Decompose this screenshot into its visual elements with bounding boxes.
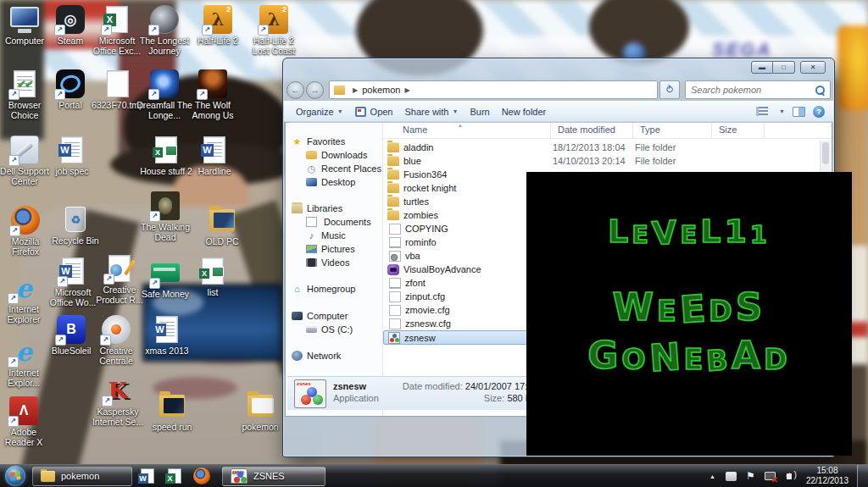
text-file-icon (389, 237, 401, 248)
action-center-flag-icon[interactable]: ⚑ (743, 470, 758, 483)
homegroup-icon: ⌂ (292, 284, 303, 295)
command-toolbar: Organize▼ Open Share with▼ Burn New fold… (284, 101, 833, 122)
burn-button[interactable]: Burn (470, 107, 489, 117)
desktop-icon-speed-run[interactable]: speed run (144, 391, 200, 432)
sidebar-item-downloads[interactable]: Downloads (286, 148, 367, 162)
desktop-icon-recycle-bin[interactable]: ♻ Recycle Bin (47, 205, 103, 246)
column-header-date[interactable]: Date modified (551, 123, 633, 139)
column-header-size[interactable]: Size (712, 123, 765, 139)
sort-ascending-icon: ▲ (458, 123, 463, 128)
steam-icon: ◎ (56, 5, 85, 34)
bg-yellow-logo (837, 25, 868, 110)
zsnes-app-icon: zsnes (231, 468, 248, 484)
desktop-icon-creative-centrale[interactable]: Creative Centrale (88, 315, 144, 366)
sidebar-item-os-c[interactable]: OS (C:) (286, 323, 353, 336)
vertical-scrollbar[interactable] (820, 141, 831, 173)
star-icon: ★ (292, 136, 303, 147)
sidebar-item-computer[interactable]: Computer (286, 309, 348, 323)
credit-card-icon (151, 258, 180, 287)
desktop-icon-half-life-2[interactable]: λ2 Half-Life 2 (190, 5, 246, 46)
chevron-right-icon: ▶ (353, 86, 358, 94)
show-hidden-icons-button[interactable]: ▲ (704, 473, 721, 479)
sidebar-item-documents[interactable]: Documents (286, 215, 371, 229)
column-header-type[interactable]: Type (633, 123, 712, 139)
firefox-icon (11, 206, 40, 235)
search-box[interactable] (685, 80, 831, 99)
show-desktop-button[interactable] (857, 465, 868, 487)
game-text-level: LEVEL 11 (608, 213, 771, 250)
desktop-icon-firefox[interactable]: Mozilla Firefox (0, 206, 53, 257)
new-folder-button[interactable]: New folder (502, 107, 547, 117)
internet-explorer-icon: e (9, 274, 38, 302)
network-disconnected-icon[interactable]: ✕ (763, 470, 777, 483)
game-text-line3: GONE BAD (587, 334, 791, 377)
desktop-icon-internet-explorer-2[interactable]: e Internet Explor... (0, 337, 52, 388)
desktop-icon-old-pc[interactable]: OLD PC (194, 206, 250, 246)
minimize-button[interactable]: ▬ (751, 61, 773, 74)
sidebar-item-homegroup[interactable]: ⌂Homegroup (286, 282, 355, 296)
sidebar-item-libraries[interactable]: Libraries (286, 202, 342, 215)
videos-icon (306, 258, 317, 267)
desktop-icon-pokemon[interactable]: pokemon (232, 391, 288, 432)
wrench-icon (10, 136, 39, 164)
close-button[interactable]: ✕ (800, 61, 826, 74)
taskbar-button-pokemon[interactable]: pokemon (32, 467, 132, 486)
sidebar-item-music[interactable]: ♪Music (286, 229, 346, 242)
sidebar-item-network[interactable]: Network (286, 349, 341, 362)
zsnes-game-window[interactable]: LEVEL 11 WEEDS GONE BAD (526, 172, 852, 456)
desktop-icon-adobe-reader[interactable]: Λ Adobe Reader X (0, 396, 52, 447)
file-row[interactable]: aladdin18/12/2013 18:04File folder (383, 141, 831, 154)
desktop-icon-kaspersky[interactable]: K Kaspersky Internet Se... (90, 376, 146, 427)
taskbar-button-zsnes[interactable]: zsnes ZSNES (222, 467, 326, 486)
chevron-down-icon[interactable]: ▼ (779, 108, 785, 114)
taskbar: pokemon zsnes ZSNES ▲ ⚑ ✕ 15:08 22/12/20… (0, 464, 868, 487)
taskbar-pinned-excel[interactable] (163, 467, 186, 486)
tmp-file-icon (103, 69, 132, 98)
preview-pane-icon[interactable] (793, 107, 805, 117)
tray-icon-app[interactable] (724, 470, 738, 483)
help-icon[interactable]: ? (813, 106, 825, 118)
back-button[interactable]: ← (287, 81, 304, 99)
taskbar-clock[interactable]: 15:08 22/12/2013 (799, 466, 857, 486)
folder-icon (387, 183, 399, 193)
sidebar-item-videos[interactable]: Videos (286, 256, 349, 269)
breadcrumb[interactable]: pokemon (362, 85, 400, 95)
selected-file-name: zsnesw (333, 381, 379, 391)
column-header-name[interactable]: Name▲ (383, 123, 551, 139)
search-input[interactable] (691, 85, 815, 95)
speaker-icon[interactable] (782, 470, 797, 483)
open-icon (355, 107, 366, 117)
organize-button[interactable]: Organize▼ (296, 107, 343, 117)
desktop-icon-wolf-among-us[interactable]: The Wolf Among Us (185, 69, 241, 120)
desktop-icon-job-spec[interactable]: W job spec (44, 136, 100, 176)
creative-centrale-icon (102, 315, 131, 344)
sidebar-item-desktop[interactable]: Desktop (286, 175, 355, 189)
change-view-icon[interactable] (756, 107, 768, 116)
open-button[interactable]: Open (355, 107, 393, 117)
file-row[interactable]: blue14/10/2013 20:14File folder (383, 154, 831, 168)
desktop-icon-walking-dead[interactable]: The Walking Dead (137, 191, 193, 242)
sidebar-item-favorites[interactable]: ★Favorites (286, 135, 345, 148)
desktop-icon-hl2-lost-coast[interactable]: λ2 Half-Life 2 Lost Coast (246, 5, 302, 56)
sidebar-item-recent-places[interactable]: ◷Recent Places (286, 162, 381, 175)
chevron-right-icon[interactable]: ▶ (404, 86, 409, 94)
excel-icon (168, 468, 181, 484)
clock-time: 15:08 (806, 466, 849, 476)
taskbar-pinned-firefox[interactable] (190, 467, 213, 486)
windows-logo-icon (9, 471, 20, 481)
taskbar-pinned-word[interactable] (136, 467, 159, 486)
share-with-button[interactable]: Share with▼ (405, 107, 459, 117)
start-button[interactable] (5, 466, 25, 486)
forward-button[interactable]: → (306, 81, 324, 99)
address-bar-row: ← → ▶ pokemon ▶ ⥁ (287, 79, 831, 101)
sidebar-item-pictures[interactable]: Pictures (286, 242, 355, 256)
desktop-icon-longest-journey[interactable]: The Longest Journey (136, 5, 192, 56)
desktop-icon-hardline[interactable]: W Hardline (186, 136, 242, 176)
desktop-icon-list[interactable]: X list (185, 257, 241, 297)
desktop-icon-xmas-2013[interactable]: W xmas 2013 (139, 315, 195, 356)
address-bar[interactable]: ▶ pokemon ▶ (329, 80, 658, 99)
refresh-button[interactable]: ⥁ (659, 80, 680, 99)
maximize-button[interactable]: □ (773, 61, 795, 74)
excel-doc-icon: X (198, 257, 227, 285)
folder-icon (334, 86, 345, 95)
